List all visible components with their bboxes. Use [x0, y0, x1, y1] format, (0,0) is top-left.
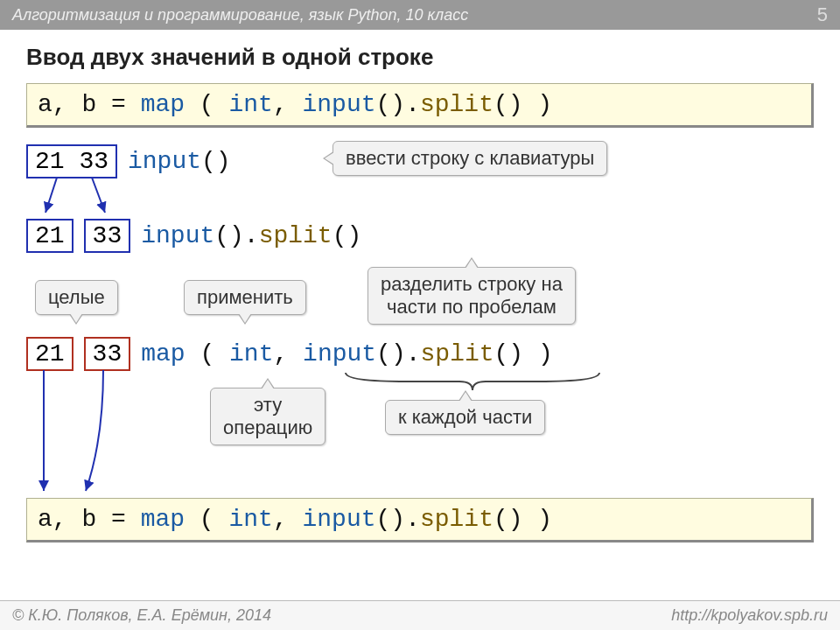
value-33-box: 33: [84, 219, 131, 253]
footer-link[interactable]: http://kpolyakov.spb.ru: [671, 606, 828, 625]
code-input-split: input().split(): [141, 222, 361, 249]
code-block-bottom: a, b = map ( int, input().split() ): [26, 498, 814, 542]
slide-title: Ввод двух значений в одной строке: [0, 30, 840, 80]
callout-split: разделить строку на части по пробелам: [368, 267, 576, 325]
slide-footer: © К.Ю. Поляков, Е.А. Ерёмин, 2014 http:/…: [0, 600, 840, 630]
page-number: 5: [817, 4, 828, 26]
row-split: 21 33 input().split(): [26, 219, 361, 253]
svg-line-0: [46, 178, 57, 213]
row-map: 21 33 map ( int, input().split() ): [26, 337, 553, 371]
code-map-full: map ( int, input().split() ): [141, 340, 553, 368]
row-input: 21 33 input(): [26, 144, 231, 178]
code-input: input(): [128, 148, 231, 175]
value-33-int-box: 33: [84, 337, 131, 371]
callout-input: ввести строку с клавиатуры: [332, 141, 607, 176]
assign-arrows-icon: [24, 370, 138, 501]
callout-apply: применить: [184, 280, 306, 315]
svg-line-1: [92, 178, 105, 213]
callout-ints: целые: [35, 280, 118, 315]
slide-content: a, b = map ( int, input().split() ) 21 3…: [0, 83, 840, 573]
callout-this-op: эту операцию: [210, 388, 326, 445]
callout-each-part: к каждой части: [385, 400, 545, 435]
code-block-top: a, b = map ( int, input().split() ): [26, 83, 814, 128]
underbrace-icon: [341, 368, 604, 395]
split-arrows-icon: [26, 178, 131, 221]
copyright-text: © К.Ю. Поляков, Е.А. Ерёмин, 2014: [12, 606, 271, 625]
subject-text: Алгоритмизация и программирование, язык …: [12, 6, 468, 24]
value-21-box: 21: [26, 219, 74, 253]
slide-header: Алгоритмизация и программирование, язык …: [0, 0, 840, 30]
value-pair-box: 21 33: [26, 144, 117, 178]
value-21-int-box: 21: [26, 337, 74, 371]
